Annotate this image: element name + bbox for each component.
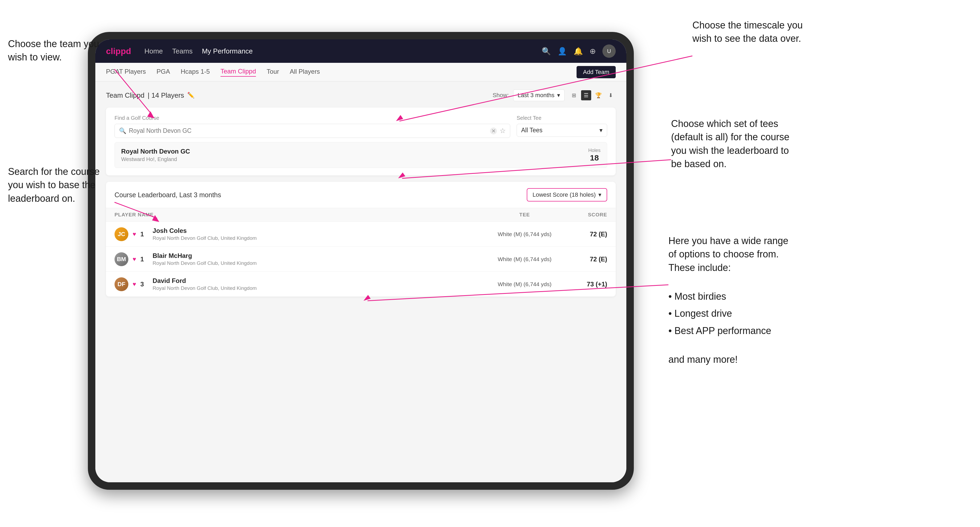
clear-button[interactable]: ✕ xyxy=(490,127,497,135)
list-item: Best APP performance xyxy=(668,322,844,340)
and-more-text: and many more! xyxy=(668,354,738,365)
user-icon[interactable]: 👤 xyxy=(558,47,567,56)
avatar: BM xyxy=(115,252,128,266)
player-count: | 14 Players xyxy=(148,91,184,100)
holes-label: Holes xyxy=(588,148,600,153)
app-screen: clippd Home Teams My Performance 🔍 👤 🔔 ⊕… xyxy=(95,40,626,482)
tee-info: White (M) (6,744 yds) xyxy=(485,231,565,237)
nav-link-teams[interactable]: Teams xyxy=(172,47,193,56)
add-team-button[interactable]: Add Team xyxy=(577,66,616,78)
course-search-column: Find a Golf Course 🔍 ✕ ☆ xyxy=(115,115,510,138)
team-header: Team Clippd | 14 Players ✏️ Show: Last 3… xyxy=(106,89,616,101)
subnav-pgat[interactable]: PGAT Players xyxy=(106,68,146,76)
grid-view-button[interactable]: ⊞ xyxy=(569,90,579,100)
tablet-frame: clippd Home Teams My Performance 🔍 👤 🔔 ⊕… xyxy=(88,32,634,490)
player-column-header: PLAYER NAME xyxy=(115,212,485,218)
player-info: DF ♥ 3 David Ford Royal North Devon Golf… xyxy=(115,277,485,291)
search-icon[interactable]: 🔍 xyxy=(542,47,551,56)
subnav-pga[interactable]: PGA xyxy=(157,68,170,76)
table-row: JC ♥ 1 Josh Coles Royal North Devon Golf… xyxy=(106,222,616,247)
avatar: JC xyxy=(115,227,128,241)
annotation-bottom-right: Here you have a wide rangeof options to … xyxy=(668,234,844,367)
search-icon: 🔍 xyxy=(119,127,126,135)
course-location: Westward Ho!, England xyxy=(121,156,190,162)
select-tee-label: Select Tee xyxy=(517,115,607,121)
time-period-dropdown[interactable]: Last 3 months ▾ xyxy=(513,89,565,101)
chevron-down-icon: ▾ xyxy=(600,127,603,134)
leaderboard-header: Course Leaderboard, Last 3 months Lowest… xyxy=(106,182,616,208)
course-search-input[interactable] xyxy=(129,127,487,135)
team-title: Team Clippd | 14 Players ✏️ xyxy=(106,91,194,100)
leaderboard-title: Course Leaderboard, Last 3 months xyxy=(115,191,221,199)
rank-number: 1 xyxy=(140,256,148,263)
subnav-all-players[interactable]: All Players xyxy=(290,68,320,76)
player-club: Royal North Devon Golf Club, United King… xyxy=(153,285,485,291)
show-controls: Show: Last 3 months ▾ ⊞ ☰ 🏆 ⬇ xyxy=(493,89,616,101)
heart-icon[interactable]: ♥ xyxy=(133,256,136,263)
table-row: BM ♥ 1 Blair McHarg Royal North Devon Go… xyxy=(106,247,616,272)
player-info: BM ♥ 1 Blair McHarg Royal North Devon Go… xyxy=(115,252,485,266)
app-logo: clippd xyxy=(106,46,131,56)
holes-value: 18 xyxy=(588,153,600,162)
subnav-hcaps[interactable]: Hcaps 1-5 xyxy=(181,68,210,76)
annotation-middle-right: Choose which set of tees(default is all)… xyxy=(671,117,836,171)
tee-info: White (M) (6,744 yds) xyxy=(485,256,565,262)
edit-icon[interactable]: ✏️ xyxy=(187,92,194,99)
chevron-down-icon: ▾ xyxy=(598,191,601,198)
score-info: 73 (+1) xyxy=(565,281,607,288)
score-info: 72 (E) xyxy=(565,256,607,263)
search-card: Find a Golf Course 🔍 ✕ ☆ Select Tee xyxy=(106,108,616,175)
subnav-team-clippd[interactable]: Team Clippd xyxy=(221,68,256,77)
annotation-middle-left: Search for the courseyou wish to base th… xyxy=(8,165,115,205)
bell-icon[interactable]: 🔔 xyxy=(574,47,583,56)
course-result: Royal North Devon GC Westward Ho!, Engla… xyxy=(115,142,607,168)
player-name: Blair McHarg xyxy=(153,252,485,259)
player-name: David Ford xyxy=(153,277,485,284)
player-info: JC ♥ 1 Josh Coles Royal North Devon Golf… xyxy=(115,227,485,241)
tee-info: White (M) (6,744 yds) xyxy=(485,281,565,287)
leaderboard-column-headers: PLAYER NAME TEE SCORE xyxy=(106,208,616,222)
tee-column-header: TEE xyxy=(485,212,565,218)
leaderboard-card: Course Leaderboard, Last 3 months Lowest… xyxy=(106,182,616,297)
search-row: Find a Golf Course 🔍 ✕ ☆ Select Tee xyxy=(115,115,607,138)
download-button[interactable]: ⬇ xyxy=(606,90,616,100)
options-list: Most birdies Longest drive Best APP perf… xyxy=(668,288,844,340)
rank-number: 1 xyxy=(140,230,148,238)
subnav-tour[interactable]: Tour xyxy=(267,68,279,76)
player-club: Royal North Devon Golf Club, United King… xyxy=(153,260,485,266)
find-course-label: Find a Golf Course xyxy=(115,115,510,121)
tee-select-dropdown[interactable]: All Tees ▾ xyxy=(517,124,607,137)
tablet-screen: clippd Home Teams My Performance 🔍 👤 🔔 ⊕… xyxy=(95,40,626,482)
show-label: Show: xyxy=(493,92,509,99)
sub-navigation: PGAT Players PGA Hcaps 1-5 Team Clippd T… xyxy=(95,63,626,81)
favorite-icon[interactable]: ☆ xyxy=(500,127,506,135)
heart-icon[interactable]: ♥ xyxy=(133,281,136,288)
player-club: Royal North Devon Golf Club, United King… xyxy=(153,235,485,241)
annotation-top-right: Choose the timescale youwish to see the … xyxy=(692,19,839,46)
nav-links: Home Teams My Performance xyxy=(144,47,542,56)
score-info: 72 (E) xyxy=(565,230,607,238)
list-item: Longest drive xyxy=(668,305,844,322)
player-details: David Ford Royal North Devon Golf Club, … xyxy=(153,277,485,291)
player-details: Josh Coles Royal North Devon Golf Club, … xyxy=(153,227,485,241)
annotation-top-left: Choose the team youwish to view. xyxy=(8,37,109,64)
team-name: Team Clippd xyxy=(106,91,145,100)
player-name: Josh Coles xyxy=(153,227,485,235)
nav-link-my-performance[interactable]: My Performance xyxy=(202,47,253,56)
avatar[interactable]: U xyxy=(602,44,616,58)
nav-link-home[interactable]: Home xyxy=(144,47,163,56)
player-details: Blair McHarg Royal North Devon Golf Club… xyxy=(153,252,485,266)
list-view-button[interactable]: ☰ xyxy=(581,90,591,100)
chevron-down-icon: ▾ xyxy=(557,92,560,99)
heart-icon[interactable]: ♥ xyxy=(133,231,136,238)
score-column-header: SCORE xyxy=(565,212,607,218)
course-search-input-wrap[interactable]: 🔍 ✕ ☆ xyxy=(115,124,510,138)
course-name: Royal North Devon GC xyxy=(121,148,190,155)
nav-icon-group: 🔍 👤 🔔 ⊕ U xyxy=(542,44,616,58)
avatar: DF xyxy=(115,277,128,291)
score-type-dropdown[interactable]: Lowest Score (18 holes) ▾ xyxy=(527,188,607,202)
course-info: Royal North Devon GC Westward Ho!, Engla… xyxy=(121,148,190,162)
trophy-view-button[interactable]: 🏆 xyxy=(593,90,603,100)
rank-number: 3 xyxy=(140,281,148,288)
settings-icon[interactable]: ⊕ xyxy=(590,47,596,56)
